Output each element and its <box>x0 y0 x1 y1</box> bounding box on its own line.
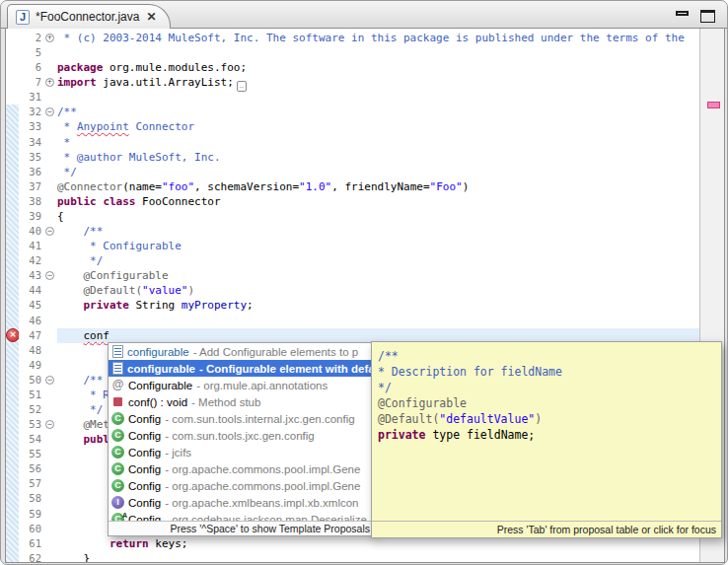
preview-code-line: /** <box>378 348 715 364</box>
line-number: 38 <box>29 194 41 209</box>
class-a-icon: CA <box>111 513 124 521</box>
proposal-item[interactable]: CConfig - org.apache.commons.pool.impl.G… <box>109 477 373 494</box>
overview-pink-marker[interactable] <box>707 102 720 108</box>
proposal-description: - org.apache.commons.pool.impl.Gene <box>165 480 360 492</box>
proposal-item[interactable]: @Configurable - org.mule.api.annotations <box>109 377 373 393</box>
fold-collapse-icon[interactable]: − <box>45 376 54 385</box>
annotation-ruler[interactable]: ✕ <box>6 29 19 562</box>
code-line[interactable]: * Configurable <box>57 239 182 253</box>
line-number: 41 <box>29 239 41 253</box>
proposal-item[interactable]: configurable - Add Configurable elements… <box>109 343 373 360</box>
class-icon: C <box>111 462 124 475</box>
code-line[interactable]: } <box>57 551 90 562</box>
eclipse-editor-window: J *FooConnector.java ✕ ✕ 256731323334353… <box>0 0 728 565</box>
code-line[interactable]: */ <box>57 253 103 268</box>
proposal-item[interactable]: CConfig - org.apache.commons.pool.impl.G… <box>109 460 373 477</box>
abstract-decorator: A <box>122 509 127 521</box>
code-line[interactable]: * @author MuleSoft, Inc. <box>57 150 221 165</box>
preview-code-line: * Description for fieldName <box>378 364 715 380</box>
code-line[interactable]: /** <box>57 224 103 239</box>
proposal-item-selected[interactable]: configurable - Configurable element with… <box>109 360 373 377</box>
line-number: 48 <box>29 343 41 358</box>
content-assist-popup: configurable - Add Configurable elements… <box>108 342 374 536</box>
interface-icon: I <box>111 496 124 509</box>
code-line[interactable]: @Default("value") <box>57 283 194 298</box>
line-number: 57 <box>29 476 41 491</box>
fold-collapse-icon[interactable]: − <box>45 227 54 236</box>
code-line[interactable]: @Configurable <box>57 268 169 283</box>
line-number: 51 <box>29 388 41 402</box>
line-number: 53 <box>29 417 41 432</box>
code-line[interactable]: * (c) 2003-2014 MuleSoft, Inc. The softw… <box>57 31 685 45</box>
line-number: 56 <box>29 461 41 476</box>
annotation-icon: @ <box>111 379 124 391</box>
code-line[interactable]: @Met <box>57 417 109 432</box>
line-number: 52 <box>29 402 41 417</box>
fold-expand-icon[interactable]: + <box>45 78 54 87</box>
proposal-list[interactable]: configurable - Add Configurable elements… <box>109 343 373 521</box>
proposal-description: - org.apache.xmlbeans.impl.xb.xmlcon <box>165 497 358 509</box>
code-line[interactable]: return keys; <box>57 536 187 551</box>
proposal-description: - org.codehaus.jackson.map.Deserialize <box>165 514 367 522</box>
info-status-bar: Press 'Tab' from proposal table or click… <box>372 521 721 537</box>
code-line[interactable]: * <box>57 135 70 150</box>
proposal-item[interactable]: CConfig - com.sun.tools.jxc.gen.config <box>109 427 373 444</box>
proposal-name: conf() : void <box>128 396 187 408</box>
view-controls <box>676 10 715 23</box>
proposal-description: - com.sun.tools.jxc.gen.config <box>165 430 315 442</box>
code-line[interactable]: */ <box>57 165 77 179</box>
line-number: 2 <box>36 31 41 45</box>
proposal-preview-code: /*** Description for fieldName*/@Configu… <box>372 342 721 443</box>
code-line[interactable]: /** <box>57 105 77 119</box>
java-file-icon: J <box>16 10 30 25</box>
proposal-name: Config <box>128 430 161 442</box>
line-number: 50 <box>29 373 41 388</box>
proposal-item[interactable]: conf() : void - Method stub <box>109 393 373 410</box>
line-number: 39 <box>29 209 41 224</box>
error-marker-icon[interactable]: ✕ <box>6 328 20 342</box>
code-line[interactable]: @Connector(name="foo", schemaVersion="1.… <box>57 179 469 194</box>
folding-ruler[interactable]: ++−−−−− <box>44 29 57 562</box>
preview-code-line: private type fieldName; <box>378 427 715 443</box>
proposal-item[interactable]: CConfig - com.sun.tools.internal.jxc.gen… <box>109 410 373 427</box>
code-line[interactable]: * Anypoint Connector <box>57 119 194 134</box>
code-line[interactable]: publ <box>57 432 109 447</box>
proposal-name: Configurable <box>128 380 192 391</box>
proposal-item[interactable]: CAConfig - org.codehaus.jackson.map.Dese… <box>109 511 373 521</box>
folded-region-box: ‥ <box>237 81 247 92</box>
editor-tab-fooconnector[interactable]: J *FooConnector.java ✕ <box>7 4 171 29</box>
fold-collapse-icon[interactable]: − <box>45 271 54 280</box>
minimize-view-button[interactable] <box>676 11 689 16</box>
code-line[interactable]: private String myProperty; <box>57 298 254 313</box>
line-number: 59 <box>29 507 41 522</box>
maximize-view-button[interactable] <box>700 10 715 23</box>
line-number: 31 <box>29 90 41 105</box>
proposal-item[interactable]: IConfig - org.apache.xmlbeans.impl.xb.xm… <box>109 494 373 511</box>
code-line[interactable]: package org.mule.modules.foo; <box>57 60 247 75</box>
class-icon: C <box>111 446 124 459</box>
code-line[interactable]: /** <box>57 373 103 388</box>
code-line[interactable]: */ <box>57 402 103 417</box>
proposal-name: Config <box>128 514 161 522</box>
code-line[interactable]: { <box>57 209 64 224</box>
proposal-description: - Method stub <box>191 396 260 408</box>
fold-expand-icon[interactable]: + <box>45 34 54 42</box>
line-number: 42 <box>29 253 41 268</box>
code-line[interactable]: * R <box>57 388 109 402</box>
line-number-ruler: 2567313233343536373839404142434445464748… <box>19 29 44 562</box>
proposal-description: - org.mule.api.annotations <box>196 380 328 391</box>
proposal-item[interactable]: CConfig - jcifs <box>109 444 373 460</box>
code-line[interactable]: import java.util.ArrayList;‥ <box>57 75 247 90</box>
fold-collapse-icon[interactable]: − <box>45 420 54 429</box>
tab-close-icon[interactable]: ✕ <box>145 10 157 24</box>
line-number: 6 <box>36 60 41 75</box>
class-icon: C <box>111 479 124 492</box>
code-line[interactable]: conf <box>57 328 109 343</box>
method-private-icon <box>113 397 122 406</box>
line-number: 60 <box>29 522 41 536</box>
code-line[interactable]: public class FooConnector <box>57 194 221 209</box>
fold-collapse-icon[interactable]: − <box>45 107 54 116</box>
preview-code-line: @Default("defaultValue") <box>378 411 715 427</box>
line-number: 35 <box>29 150 41 165</box>
line-number: 45 <box>29 298 41 313</box>
